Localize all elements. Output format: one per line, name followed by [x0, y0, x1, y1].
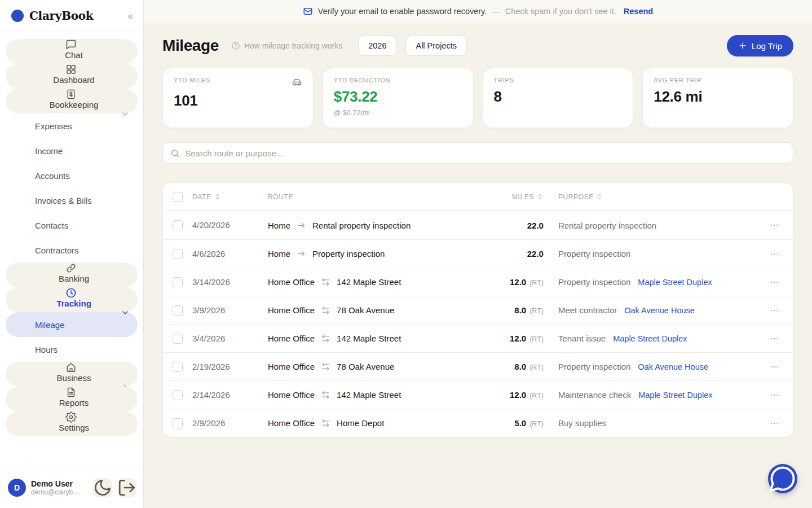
row-checkbox[interactable]	[173, 390, 183, 400]
trip-date: 2/9/2026	[192, 418, 225, 428]
row-route-cell: Home Office78 Oak Avenue	[268, 305, 477, 315]
trip-miles: 22.0	[527, 221, 544, 230]
column-header-route: ROUTE	[268, 193, 477, 201]
trip-date: 2/19/2026	[192, 362, 230, 371]
chat-bubble-icon	[768, 464, 797, 493]
log-trip-label: Log Trip	[752, 41, 782, 51]
sidebar-item-label: Expenses	[35, 121, 72, 131]
sidebar-item-settings[interactable]: Settings	[6, 411, 138, 436]
row-actions-cell: ⋯	[757, 390, 793, 400]
sidebar-item-expenses[interactable]: Expenses	[6, 113, 138, 138]
row-checkbox[interactable]	[173, 362, 183, 372]
row-checkbox[interactable]	[173, 249, 183, 259]
sidebar-item-mileage[interactable]: Mileage	[6, 312, 138, 337]
log-trip-button[interactable]: Log Trip	[727, 35, 793, 56]
trip-miles: 5.0	[514, 418, 526, 428]
row-actions-button[interactable]: ⋯	[770, 220, 780, 230]
select-all-checkbox[interactable]	[173, 192, 183, 202]
column-header-text: ROUTE	[268, 193, 293, 201]
row-actions-button[interactable]: ⋯	[770, 334, 780, 343]
project-link[interactable]: Maple Street Duplex	[638, 391, 712, 400]
row-checkbox[interactable]	[173, 220, 183, 230]
row-checkbox[interactable]	[173, 305, 183, 316]
support-chat-button[interactable]	[768, 464, 797, 493]
arrow-right-icon	[297, 221, 306, 230]
brand-name: ClaryBook	[29, 9, 93, 23]
sidebar-item-label: Settings	[59, 423, 89, 432]
sidebar-item-tracking[interactable]: Tracking	[6, 287, 138, 312]
sidebar-item-reports[interactable]: Reports	[6, 387, 138, 411]
sidebar-item-hours[interactable]: Hours	[6, 337, 138, 362]
project-link[interactable]: Oak Avenue House	[638, 362, 708, 371]
tracking-icon	[65, 287, 77, 299]
row-actions-button[interactable]: ⋯	[770, 305, 780, 315]
row-route-cell: Home Office78 Oak Avenue	[268, 362, 477, 371]
trip-miles: 22.0	[527, 249, 544, 259]
chat-icon	[65, 39, 77, 50]
sidebar-item-contacts[interactable]: Contacts	[6, 213, 138, 238]
row-miles-cell: 12.0(RT)	[477, 334, 544, 343]
route-destination: Home Depot	[337, 418, 384, 428]
sidebar-item-label: Dashboard	[53, 75, 94, 85]
sidebar-item-chat[interactable]: Chat	[6, 39, 138, 64]
column-header-label[interactable]: DATE	[192, 193, 221, 201]
row-miles-cell: 22.0	[477, 249, 544, 259]
banner-hint: Check spam if you don't see it.	[505, 7, 616, 16]
row-checkbox-cell	[163, 277, 192, 287]
row-miles-cell: 5.0(RT)	[477, 418, 544, 428]
round-trip-icon	[321, 390, 330, 400]
envelope-icon	[303, 6, 313, 16]
route-destination: 78 Oak Avenue	[337, 362, 394, 371]
project-link[interactable]: Oak Avenue House	[624, 306, 695, 315]
row-actions-button[interactable]: ⋯	[770, 362, 780, 371]
resend-email-link[interactable]: Resend	[624, 7, 653, 16]
dashboard-icon	[65, 64, 77, 75]
row-actions-button[interactable]: ⋯	[770, 277, 780, 287]
banner-message: Verify your email to enable password rec…	[318, 7, 487, 16]
stat-card-top: YTD MILES	[174, 77, 302, 87]
project-filter-select[interactable]: All Projects	[405, 36, 467, 56]
collapse-sidebar-icon[interactable]: «	[128, 11, 133, 21]
row-route-cell: HomeProperty inspection	[268, 249, 477, 259]
sidebar-item-contractors[interactable]: Contractors	[6, 238, 138, 262]
theme-toggle-button[interactable]	[93, 478, 112, 497]
row-actions-button[interactable]: ⋯	[770, 249, 780, 259]
sidebar-item-dashboard[interactable]: Dashboard	[6, 64, 138, 89]
row-checkbox[interactable]	[173, 418, 183, 428]
column-header-label[interactable]: PURPOSE	[558, 193, 603, 201]
sidebar-item-accounts[interactable]: Accounts	[6, 163, 138, 188]
trip-miles: 8.0	[514, 305, 526, 315]
row-checkbox[interactable]	[173, 277, 183, 287]
sidebar-item-label: Chat	[65, 50, 83, 60]
trip-date: 4/20/2026	[192, 220, 230, 230]
row-checkbox[interactable]	[173, 334, 183, 344]
logout-button[interactable]	[117, 478, 136, 497]
sidebar-item-bookkeeping[interactable]: Bookkeeping	[6, 89, 138, 113]
sidebar-item-invoices-bills[interactable]: Invoices & Bills	[6, 188, 138, 213]
row-purpose-cell: Property inspectionMaple Street Duplex	[544, 277, 757, 287]
trip-purpose: Property inspection	[558, 277, 630, 287]
mileage-help-link[interactable]: How mileage tracking works	[231, 41, 342, 50]
sidebar-item-label: Business	[57, 373, 91, 383]
year-filter-select[interactable]: 2026	[358, 36, 396, 56]
sidebar-item-label: Reports	[59, 398, 89, 408]
sidebar-item-business[interactable]: Business	[6, 362, 138, 387]
route-origin: Home Office	[268, 277, 315, 287]
round-trip-tag: (RT)	[529, 364, 544, 371]
settings-icon	[65, 411, 77, 423]
project-link[interactable]: Maple Street Duplex	[638, 278, 712, 287]
row-actions-button[interactable]: ⋯	[770, 390, 780, 400]
stat-card-ytd-deduction: YTD DEDUCTION$73.22@ $0.72/mi	[323, 68, 474, 128]
column-header-label[interactable]: MILES	[512, 193, 544, 201]
sidebar-item-banking[interactable]: Banking	[6, 262, 138, 287]
route-destination: 142 Maple Street	[337, 334, 401, 343]
row-actions-button[interactable]: ⋯	[770, 418, 780, 428]
project-link[interactable]: Maple Street Duplex	[613, 334, 687, 343]
stat-card-top: AVG PER TRIP	[654, 77, 782, 84]
reports-icon	[65, 387, 77, 398]
search-input[interactable]	[185, 148, 785, 158]
sidebar-item-income[interactable]: Income	[6, 138, 138, 163]
row-purpose-cell: Rental property inspection	[544, 221, 757, 230]
question-circle-icon	[231, 41, 240, 50]
sort-icon	[596, 193, 603, 200]
